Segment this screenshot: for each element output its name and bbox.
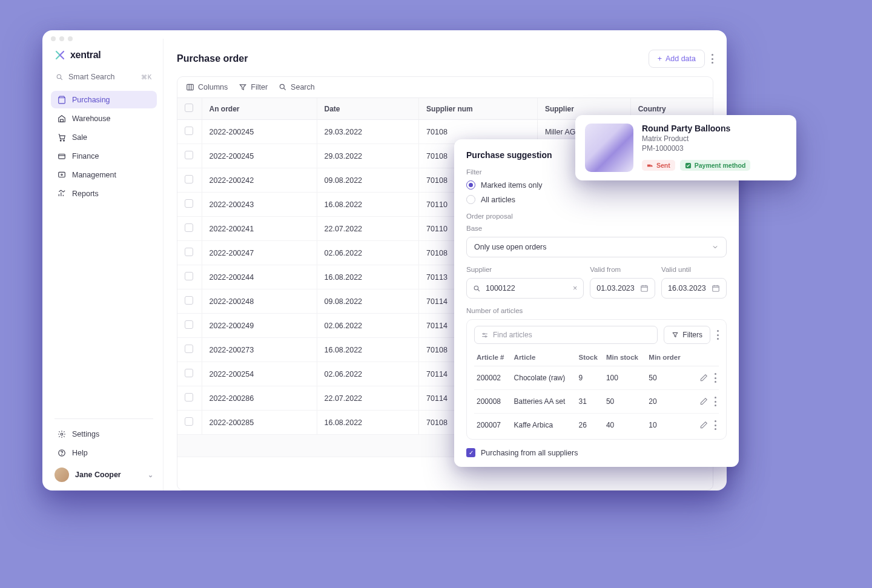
edit-icon[interactable] <box>699 421 708 429</box>
article-row: 200008 Batteries AA set 31 50 20 <box>474 390 719 414</box>
sidebar-item-help[interactable]: Help <box>51 444 157 461</box>
edit-icon[interactable] <box>699 397 708 406</box>
svg-point-10 <box>61 433 63 435</box>
filters-button[interactable]: Filters <box>664 326 710 344</box>
sidebar-item-warehouse[interactable]: Warehouse <box>51 110 157 127</box>
articles-more-button[interactable] <box>716 330 719 340</box>
sidebar-item-label: Help <box>72 449 88 457</box>
brand-name: xentral <box>70 50 101 61</box>
columns-button[interactable]: Columns <box>186 83 228 91</box>
filter-button[interactable]: Filter <box>239 83 268 91</box>
search-button[interactable]: Search <box>279 83 315 91</box>
find-articles-input[interactable]: Find articles <box>474 326 658 344</box>
cell-date: 02.06.2022 <box>317 314 419 338</box>
article-row: 200007 Kaffe Arbica 26 40 10 <box>474 414 719 437</box>
calendar-icon <box>712 284 720 292</box>
th-date[interactable]: Date <box>317 98 419 120</box>
radio-marked-only[interactable]: Marked items only <box>466 180 727 190</box>
page-header: Purchase order + Add data <box>177 50 713 68</box>
row-more-icon[interactable] <box>714 397 716 406</box>
sidebar-item-management[interactable]: Management <box>51 166 157 183</box>
th-order[interactable]: An order <box>202 98 317 120</box>
row-checkbox[interactable] <box>185 127 193 135</box>
cell-date: 16.08.2022 <box>317 193 419 217</box>
row-checkbox[interactable] <box>185 345 193 353</box>
add-data-button[interactable]: + Add data <box>649 50 705 68</box>
calendar-icon <box>640 284 649 292</box>
clear-icon[interactable]: × <box>573 284 577 292</box>
svg-point-12 <box>61 454 62 455</box>
row-checkbox[interactable] <box>185 151 193 159</box>
svg-rect-24 <box>713 286 719 291</box>
cell-date: 16.08.2022 <box>317 265 419 289</box>
row-checkbox[interactable] <box>185 199 193 208</box>
sidebar-item-settings[interactable]: Settings <box>51 425 157 443</box>
supplier-input[interactable]: 1000122 × <box>466 278 584 299</box>
row-more-icon[interactable] <box>714 373 716 383</box>
cell-order: 2022-200248 <box>202 289 317 314</box>
svg-point-30 <box>483 333 484 334</box>
cell-order: 2022-200247 <box>202 241 317 265</box>
sidebar-item-finance[interactable]: Finance <box>51 147 157 165</box>
add-data-label: Add data <box>666 55 696 63</box>
sidebar-item-label: Management <box>72 171 116 179</box>
badge-payment: Payment method <box>680 160 751 171</box>
cell-date: 02.06.2022 <box>317 241 419 265</box>
radio-label: All articles <box>481 196 515 204</box>
badge-payment-label: Payment method <box>695 162 746 169</box>
row-checkbox[interactable] <box>185 175 193 183</box>
cell-min-order: 10 <box>646 414 689 437</box>
svg-rect-20 <box>641 286 648 291</box>
row-checkbox[interactable] <box>185 369 193 377</box>
truck-icon <box>647 162 653 169</box>
logo-icon <box>54 50 65 61</box>
sidebar: xentral Smart Search ⌘K Purchasing Wareh… <box>42 39 164 491</box>
svg-rect-32 <box>647 164 651 167</box>
th-min-stock: Min stock <box>604 349 646 366</box>
cell-date: 16.08.2022 <box>317 338 419 362</box>
base-label: Base <box>466 225 727 232</box>
filter-icon <box>672 331 679 339</box>
select-all-checkbox[interactable] <box>185 104 193 112</box>
search-icon <box>473 285 481 292</box>
row-checkbox[interactable] <box>185 320 193 329</box>
row-checkbox[interactable] <box>185 223 193 232</box>
svg-rect-3 <box>60 119 63 122</box>
sidebar-item-reports[interactable]: Reports <box>51 185 157 202</box>
cell-date: 16.08.2022 <box>317 411 419 435</box>
all-suppliers-checkbox[interactable]: ✓ Purchasing from all suppliers <box>466 448 727 457</box>
smart-search[interactable]: Smart Search ⌘K <box>51 69 157 85</box>
user-menu[interactable]: Jane Cooper ⌄ <box>51 463 157 483</box>
smart-search-kbd: ⌘K <box>141 74 152 81</box>
sidebar-item-label: Purchasing <box>72 96 110 104</box>
row-checkbox[interactable] <box>185 417 193 426</box>
page-title: Purchase order <box>177 53 248 64</box>
row-checkbox[interactable] <box>185 248 193 256</box>
filters-label: Filters <box>682 331 702 339</box>
cell-order: 2022-200244 <box>202 265 317 289</box>
th-stock: Stock <box>576 349 604 366</box>
svg-rect-6 <box>58 154 65 159</box>
more-actions-button[interactable] <box>711 54 713 64</box>
th-art-num: Article # <box>474 349 512 366</box>
svg-rect-13 <box>187 84 194 90</box>
cell-art-num: 200007 <box>474 414 512 437</box>
valid-from-input[interactable]: 01.03.2023 <box>590 278 655 299</box>
row-checkbox[interactable] <box>185 393 193 401</box>
warehouse-icon <box>57 114 66 123</box>
row-checkbox[interactable] <box>185 296 193 305</box>
row-checkbox[interactable] <box>185 272 193 280</box>
th-supplier-num[interactable]: Supplier num <box>419 98 538 120</box>
search-label: Search <box>291 83 315 91</box>
edit-icon[interactable] <box>699 374 708 382</box>
sidebar-item-sale[interactable]: Sale <box>51 128 157 146</box>
row-more-icon[interactable] <box>714 420 716 430</box>
base-select[interactable]: Only use open orders <box>466 237 727 257</box>
num-articles-label: Number of articles <box>466 307 727 314</box>
svg-rect-8 <box>58 172 65 177</box>
cell-order: 2022-200285 <box>202 411 317 435</box>
sidebar-item-purchasing[interactable]: Purchasing <box>51 91 157 108</box>
valid-until-input[interactable]: 16.03.2023 <box>661 278 727 299</box>
radio-all-articles[interactable]: All articles <box>466 195 727 204</box>
chevron-down-icon <box>712 243 719 251</box>
